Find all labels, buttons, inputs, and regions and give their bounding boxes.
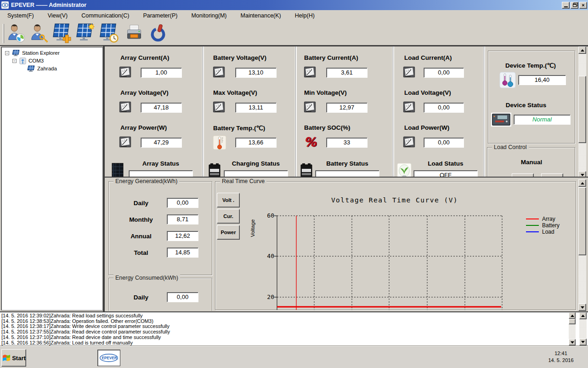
scroll-down-button[interactable] [569, 339, 576, 345]
meter-icon [402, 100, 416, 114]
array-status-value [129, 170, 193, 178]
menu-maintenance[interactable]: Maintenance(K) [240, 12, 282, 20]
volt-curve-button[interactable]: Volt . [217, 193, 240, 207]
array-power-label: Array Power(W) [120, 124, 167, 131]
app-icon [1, 1, 9, 9]
scrollbar-thumb[interactable] [578, 187, 586, 255]
scroll-up-button[interactable] [578, 179, 586, 187]
upper-scrollbar[interactable] [578, 46, 586, 178]
battery-voltage-label: Battery Voltage(V) [213, 54, 266, 61]
tree-node-station-explorer[interactable]: − Station Explorer [5, 49, 60, 57]
scroll-up-button[interactable] [579, 312, 587, 319]
energy-consumed-group: Energy Consumed(kWh) Daily 0,00 [108, 278, 212, 311]
scroll-down-button[interactable] [578, 171, 586, 178]
print-icon [125, 23, 143, 43]
log-scrollbar[interactable] [569, 312, 576, 345]
side-scrollbar[interactable] [579, 312, 587, 345]
tree-node-zahrada[interactable]: Zahrada [27, 65, 57, 72]
meter-icon [119, 65, 132, 79]
tree-node-com3[interactable]: − COM3 [12, 57, 44, 64]
battery-temp-label: Battery Temp.(℃) [213, 124, 265, 132]
menu-parameter[interactable]: Parameter(P) [142, 12, 178, 20]
meter-icon [402, 65, 416, 79]
load-control-title: Load Control [492, 144, 529, 150]
scroll-up-button[interactable] [569, 312, 576, 319]
battery-voltage-column: Battery Voltage(V) 13,10 Max Voltage(V) … [203, 46, 296, 178]
station-time-icon [98, 23, 119, 43]
minimize-button[interactable] [562, 2, 570, 9]
device-column: Device Temp.(℃) 16,40 Device Status Norm… [484, 46, 577, 178]
lower-scrollbar[interactable] [578, 179, 586, 311]
scroll-up-button[interactable] [578, 46, 586, 54]
exit-button[interactable] [148, 23, 168, 44]
scrollbar-track[interactable] [579, 319, 587, 339]
close-button[interactable]: × [579, 2, 587, 9]
chart-legend: Array Battery Load [526, 216, 560, 235]
eg-daily-label: Daily [120, 200, 162, 207]
eg-monthly-label: Monthly [120, 216, 162, 223]
statistics-panel: Energy Generated(kWh) Daily 0,00 Monthly… [105, 178, 588, 311]
menu-system[interactable]: System(F) [6, 12, 35, 20]
legend-item: Load [526, 229, 560, 235]
menu-view[interactable]: View(V) [47, 12, 69, 20]
user-manage-icon [6, 23, 25, 43]
scroll-down-button[interactable] [578, 304, 586, 311]
min-voltage-label: Min Voltage(V) [304, 89, 347, 96]
battery-current-label: Battery Current(A) [304, 54, 358, 61]
restore-icon [573, 4, 577, 7]
eg-total-label: Total [120, 249, 162, 256]
station-parameter-button[interactable] [75, 23, 95, 44]
battery-legend-label: Battery [542, 222, 560, 229]
print-button[interactable] [124, 23, 144, 44]
max-voltage-label: Max Voltage(V) [213, 89, 257, 96]
voltage-chart [261, 209, 519, 310]
load-off-button[interactable] [541, 173, 563, 178]
array-voltage-label: Array Voltage(V) [120, 89, 169, 96]
scrollbar-thumb[interactable] [578, 76, 586, 143]
scroll-down-button[interactable] [579, 339, 587, 345]
start-button[interactable]: Start [1, 349, 26, 367]
load-current-label: Load Current(A) [404, 54, 452, 61]
battery-current-column: Battery Current(A) 3,61 Min Voltage(V) 1… [296, 46, 393, 178]
load-legend-label: Load [542, 229, 554, 235]
load-on-button[interactable] [512, 173, 534, 178]
meter-icon [119, 100, 132, 114]
station-tree: − Station Explorer − COM3 Zahrada [1, 46, 103, 310]
volt-button-label: Volt . [222, 197, 234, 203]
legend-item: Array [526, 216, 560, 222]
epever-task-button[interactable] [97, 350, 120, 366]
cur-button-label: Cur. [223, 213, 233, 219]
tree-label-zahrada[interactable]: Zahrada [37, 66, 57, 71]
station-time-button[interactable] [98, 23, 119, 44]
close-icon: × [582, 2, 584, 8]
scrollbar-thumb[interactable] [569, 319, 576, 324]
load-voltage-label: Load Voltage(V) [404, 89, 451, 96]
array-voltage-value: 47,18 [141, 103, 182, 113]
tree-label-com3[interactable]: COM3 [28, 58, 44, 63]
power-curve-button[interactable]: Power [217, 225, 240, 240]
collapse-icon[interactable]: − [5, 51, 9, 55]
collapse-icon[interactable]: − [12, 59, 17, 63]
power-button-label: Power [220, 230, 236, 235]
user-manage-button[interactable] [6, 23, 26, 44]
battery-current-value: 3,61 [326, 68, 368, 78]
controller-icon [491, 113, 512, 126]
ec-daily-label: Daily [120, 294, 162, 301]
realtime-monitor-panel: Array Current(A) 1,00 Array Voltage(V) 4… [105, 46, 588, 178]
device-status-value: Normal [514, 115, 571, 125]
clock[interactable]: 12:41 14. 5. 2016 [548, 350, 574, 364]
load-column: Load Current(A) 0,00 Load Voltage(V) 0,0… [393, 46, 484, 178]
load-status-value: OFF [413, 170, 478, 178]
tree-label-station-explorer[interactable]: Station Explorer [22, 50, 60, 56]
add-station-button[interactable] [51, 23, 72, 44]
current-curve-button[interactable]: Cur. [217, 209, 240, 224]
menu-help[interactable]: Help(H) [294, 12, 316, 20]
battery-status-label: Battery Status [315, 160, 379, 167]
menu-communication[interactable]: Communication(C) [80, 12, 130, 20]
restore-button[interactable] [571, 2, 578, 9]
max-voltage-value: 13,11 [235, 103, 277, 113]
ec-daily-value: 0,00 [167, 292, 198, 302]
scrollbar-track[interactable] [569, 324, 576, 339]
modify-password-button[interactable] [28, 23, 49, 44]
menu-monitoring[interactable]: Monitoring(M) [190, 12, 227, 20]
